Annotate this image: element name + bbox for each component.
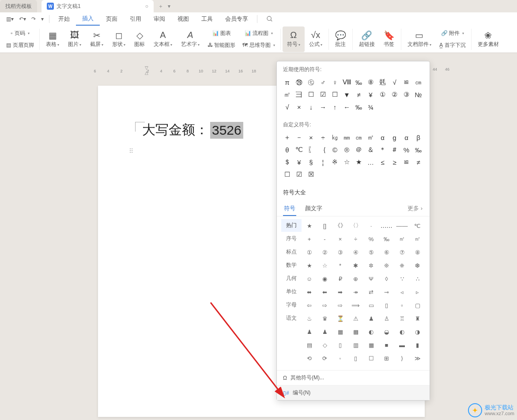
- symbol-item[interactable]: α: [400, 131, 412, 144]
- symbol-item[interactable]: *: [332, 259, 348, 272]
- symbol-item[interactable]: ⊕: [348, 272, 363, 285]
- tab-more[interactable]: 更多 ›: [407, 202, 423, 216]
- ribbon-more[interactable]: ❀更多素材: [473, 26, 503, 52]
- search-icon[interactable]: [260, 15, 279, 23]
- symbol-item[interactable]: ★: [353, 156, 365, 168]
- ribbon-artword[interactable]: A艺术字▾: [177, 26, 204, 52]
- symbol-item[interactable]: ②: [317, 246, 332, 259]
- symbol-item[interactable]: ☐: [281, 168, 293, 181]
- category-item[interactable]: 标点: [281, 246, 302, 258]
- symbol-item[interactable]: α: [377, 131, 389, 144]
- symbol-item[interactable]: ＆: [365, 144, 377, 156]
- symbol-item[interactable]: θ: [281, 144, 293, 156]
- symbol-item[interactable]: ⺕: [293, 88, 305, 101]
- symbol-item[interactable]: ⬌: [302, 285, 317, 299]
- ribbon-docparts[interactable]: ▭文档部件▾: [403, 26, 436, 52]
- tab-symbol[interactable]: 符号: [283, 202, 296, 216]
- symbol-item[interactable]: ↑: [329, 101, 341, 113]
- symbol-item[interactable]: ⑧: [365, 76, 377, 88]
- symbol-item[interactable]: ·: [363, 219, 379, 232]
- menu-page[interactable]: 页面: [100, 12, 124, 26]
- symbol-item[interactable]: ‰: [412, 144, 424, 156]
- app-menu-icon[interactable]: ▥▾: [4, 16, 16, 22]
- symbol-item[interactable]: ⊞: [379, 352, 394, 365]
- symbol-item[interactable]: ⊸: [379, 285, 394, 299]
- symbol-item[interactable]: ⟲: [302, 352, 317, 365]
- symbol-item[interactable]: ¾: [365, 101, 377, 113]
- symbol-item[interactable]: ＋: [281, 131, 293, 144]
- symbol-item[interactable]: ↠: [348, 285, 363, 299]
- symbol-item[interactable]: ㉙: [293, 76, 305, 88]
- symbol-item[interactable]: ※: [329, 156, 341, 168]
- menu-insert[interactable]: 插入: [76, 12, 100, 26]
- symbol-item[interactable]: ■: [379, 338, 394, 352]
- category-item[interactable]: 序号: [281, 232, 302, 245]
- symbol-item[interactable]: ℃: [293, 144, 305, 156]
- symbol-item[interactable]: ✲: [363, 259, 379, 272]
- symbol-item[interactable]: ◑: [410, 325, 425, 338]
- symbol-item[interactable]: ⟳: [317, 352, 332, 365]
- symbol-item[interactable]: ▼: [341, 88, 353, 101]
- ribbon-flow-group[interactable]: 📊 流程图▾ 🗺 思维导图▾: [239, 26, 278, 52]
- symbol-item[interactable]: ◒: [379, 325, 394, 338]
- symbol-item[interactable]: ◉: [317, 272, 332, 285]
- symbol-item[interactable]: ×: [305, 131, 317, 144]
- symbol-item[interactable]: ♜: [410, 312, 425, 325]
- symbol-item[interactable]: ☐: [329, 88, 341, 101]
- symbol-item[interactable]: ▦: [332, 325, 348, 338]
- symbol-item[interactable]: ❆: [410, 259, 425, 272]
- symbol-item[interactable]: ｛: [317, 144, 329, 156]
- number-item[interactable]: ▯# 编号(N): [277, 385, 430, 400]
- ribbon-bookmark[interactable]: 🔖书签: [379, 26, 399, 52]
- symbol-item[interactable]: ⇦: [302, 299, 317, 312]
- symbol-item[interactable]: ❊: [379, 259, 394, 272]
- symbol-item[interactable]: ¥: [365, 88, 377, 101]
- symbol-item[interactable]: ★: [302, 259, 317, 272]
- symbol-item[interactable]: ≠: [353, 88, 365, 101]
- symbol-item[interactable]: ♨: [302, 312, 317, 325]
- symbol-item[interactable]: ≤: [377, 156, 389, 168]
- symbol-item[interactable]: ◇: [317, 338, 332, 352]
- symbol-item[interactable]: -: [317, 232, 332, 246]
- symbol-item[interactable]: g: [389, 131, 400, 144]
- symbol-item[interactable]: ▭: [363, 299, 379, 312]
- symbol-item[interactable]: ▤: [302, 338, 317, 352]
- symbol-item[interactable]: 〖: [305, 144, 317, 156]
- symbol-item[interactable]: ▩: [348, 325, 363, 338]
- symbol-item[interactable]: ❈: [394, 259, 410, 272]
- symbol-item[interactable]: 〈〉: [348, 219, 363, 232]
- ruler-indent-marker[interactable]: ▽△: [145, 65, 149, 75]
- close-icon[interactable]: ○: [145, 3, 148, 9]
- symbol-item[interactable]: ÷: [348, 232, 363, 246]
- ribbon-pagenum[interactable]: ▫ 页码▾ ▤ 页眉页脚: [3, 26, 38, 52]
- symbol-item[interactable]: ☺: [302, 272, 317, 285]
- symbol-item[interactable]: ▯: [348, 352, 363, 365]
- symbol-item[interactable]: ≌: [400, 76, 412, 88]
- symbol-item[interactable]: ▮: [410, 338, 425, 352]
- symbol-item[interactable]: ¥: [293, 156, 305, 168]
- ribbon-chart-group[interactable]: 📊 图表 🖧 智能图形: [204, 26, 239, 52]
- category-item[interactable]: 几何: [281, 272, 302, 285]
- symbol-item[interactable]: ②: [389, 88, 400, 101]
- symbol-item[interactable]: …: [365, 156, 377, 168]
- symbol-item[interactable]: ◃: [394, 285, 410, 299]
- symbol-item[interactable]: ☆: [317, 259, 332, 272]
- symbol-item[interactable]: Ⅷ: [341, 76, 353, 88]
- symbol-item[interactable]: ♛: [317, 312, 332, 325]
- symbol-item[interactable]: ®: [341, 144, 353, 156]
- symbol-item[interactable]: ⇨: [332, 299, 348, 312]
- symbol-item[interactable]: ☑: [317, 88, 329, 101]
- ribbon-table[interactable]: ▦表格▾: [42, 26, 64, 52]
- category-item[interactable]: 语文: [281, 312, 302, 325]
- symbol-item[interactable]: ←: [341, 101, 353, 113]
- symbol-item[interactable]: π: [281, 76, 293, 88]
- symbol-item[interactable]: ⟹: [348, 299, 363, 312]
- symbol-item[interactable]: ㎡: [281, 88, 293, 101]
- symbol-item[interactable]: ℃: [410, 219, 425, 232]
- symbol-item[interactable]: ⇄: [363, 285, 379, 299]
- undo-icon[interactable]: ↶▾: [16, 16, 29, 22]
- symbol-item[interactable]: ◐: [394, 325, 410, 338]
- tab-document[interactable]: W 文字文稿1 ○: [42, 0, 154, 12]
- symbol-item[interactable]: ▹: [410, 285, 425, 299]
- symbol-item[interactable]: ♟: [302, 325, 317, 338]
